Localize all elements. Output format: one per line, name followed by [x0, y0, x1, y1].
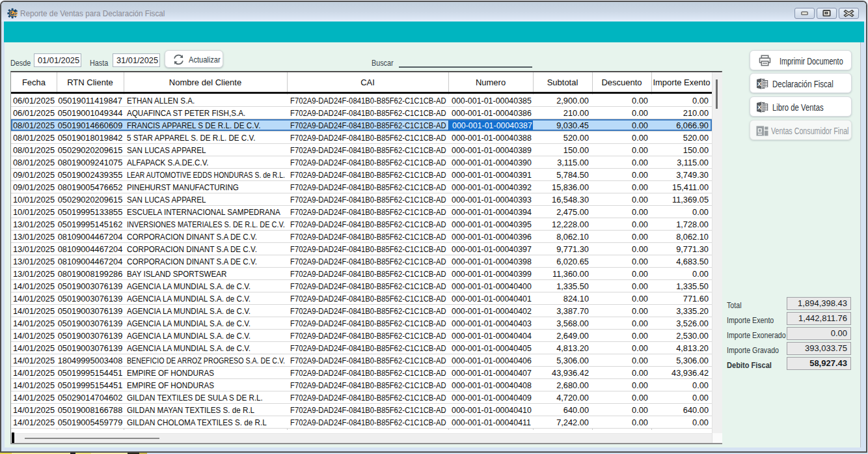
svg-text:X: X: [757, 104, 761, 111]
svg-text:X: X: [757, 81, 761, 87]
